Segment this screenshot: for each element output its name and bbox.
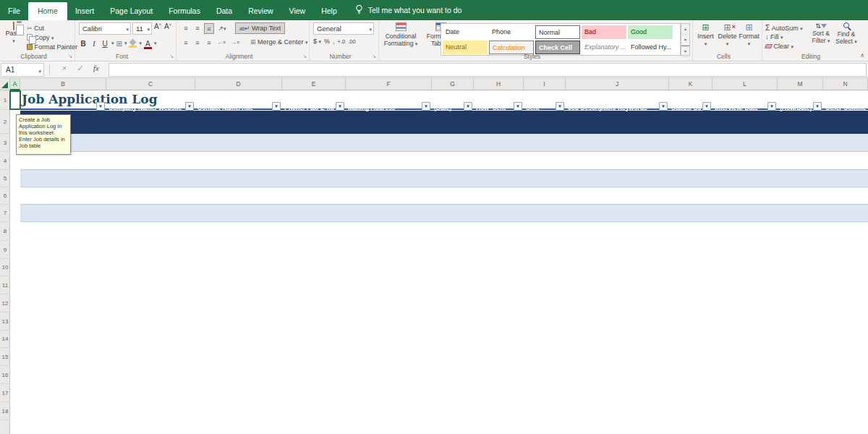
row-header-10[interactable]: 10 (0, 259, 10, 276)
row-header-9[interactable]: 9 (0, 241, 10, 259)
cancel-button[interactable]: × (58, 64, 71, 72)
align-top-button[interactable]: ≡ (181, 23, 191, 34)
number-format-combo[interactable]: General▾ (313, 22, 374, 35)
autosum-button[interactable]: Σ AutoSum ▾ (765, 23, 803, 33)
shrink-font-button[interactable]: A˅ (163, 22, 172, 35)
column-header-k[interactable]: K (669, 78, 712, 90)
decrease-decimal-button[interactable]: .00 (348, 38, 355, 45)
style-normal[interactable]: Normal (535, 25, 580, 39)
column-header-m[interactable]: M (778, 78, 823, 90)
name-box-dropdown-icon[interactable]: ▾ (38, 65, 41, 77)
style-date[interactable]: Date (443, 25, 488, 39)
header-cell-company[interactable]: Company Name/ Website ▾ (106, 90, 195, 114)
clipboard-dialog-launcher[interactable]: ↘ (68, 54, 72, 59)
column-header-e[interactable]: E (282, 78, 346, 90)
column-header-d[interactable]: D (195, 78, 282, 90)
column-header-n[interactable]: N (823, 78, 868, 90)
fill-button[interactable]: ↓ Fill ▾ (765, 33, 803, 42)
align-left-button[interactable]: ≡ (181, 38, 191, 48)
row-header-1[interactable]: 1 (0, 90, 10, 110)
currency-button[interactable]: $ ▾ (313, 38, 321, 45)
tab-file[interactable]: File (0, 2, 28, 20)
active-cell-a1[interactable] (9, 90, 21, 110)
style-phone[interactable]: Phone (489, 25, 534, 39)
insert-cells-button[interactable]: ⊞ Insert ▾ (695, 23, 716, 47)
tab-data[interactable]: Data (208, 2, 240, 20)
filter-button[interactable]: ▾ (702, 102, 711, 111)
tab-help[interactable]: Help (313, 2, 345, 20)
table-row[interactable] (20, 170, 868, 187)
column-header-b[interactable]: B (20, 78, 106, 90)
row-header-8[interactable]: 8 (0, 222, 10, 241)
select-all-corner[interactable] (0, 78, 10, 90)
collapse-ribbon-button[interactable]: ∧ (860, 52, 864, 59)
orientation-button[interactable]: ↗▾ (216, 23, 229, 34)
header-cell-interview[interactable]: Interview/ Date ▾ (712, 90, 778, 114)
header-cell-contact[interactable]: Contact Name/Title ▾ (195, 90, 282, 114)
insert-function-button[interactable]: fx (90, 64, 103, 72)
tell-me-box[interactable]: Tell me what you want to do (355, 4, 462, 20)
tab-home[interactable]: Home (28, 2, 67, 20)
row-header-5[interactable]: 5 (0, 170, 10, 187)
filter-button[interactable]: ▾ (464, 102, 472, 111)
row-header-14[interactable]: 14 (0, 331, 10, 348)
wrap-text-button[interactable]: ab↵ Wrap Text (235, 22, 285, 34)
column-header-c[interactable]: C (106, 78, 195, 90)
tab-review[interactable]: Review (240, 2, 281, 20)
header-cell-mailing[interactable]: Mailing Address ▾ (346, 90, 432, 114)
font-dialog-launcher[interactable]: ↘ (169, 54, 174, 59)
tab-view[interactable]: View (281, 2, 314, 20)
gallery-scroll-up[interactable]: ▴ (681, 24, 689, 35)
bold-button[interactable]: B (79, 40, 88, 48)
header-cell-references[interactable]: References Sent ▾ (524, 90, 566, 114)
header-cell-application-status[interactable]: Application Status/ Date ▾ (669, 90, 712, 114)
filter-button[interactable]: ▾ (272, 102, 281, 111)
enter-button[interactable]: ✓ (74, 64, 87, 73)
tab-formulas[interactable]: Formulas (161, 2, 208, 20)
row-header-13[interactable]: 13 (0, 312, 10, 331)
header-cell-b[interactable]: ▾ (20, 90, 106, 114)
conditional-formatting-button[interactable]: Conditional Formatting ▾ (380, 22, 421, 48)
borders-button[interactable]: ⊞ (116, 40, 122, 48)
font-color-button[interactable]: A (144, 40, 152, 48)
tab-page-layout[interactable]: Page Layout (102, 2, 161, 20)
table-row[interactable] (20, 205, 868, 222)
gallery-scroll-down[interactable]: ▾ (681, 35, 689, 46)
row-header-16[interactable]: 16 (0, 366, 10, 384)
increase-indent-button[interactable]: →≡ (229, 38, 242, 48)
column-header-h[interactable]: H (474, 78, 524, 90)
tab-insert[interactable]: Insert (67, 2, 102, 20)
underline-dropdown-icon[interactable]: ▾ (111, 41, 114, 46)
row-header-7[interactable]: 7 (0, 205, 10, 222)
filter-button[interactable]: ▾ (556, 102, 564, 111)
table-row[interactable] (20, 134, 868, 152)
column-header-i[interactable]: I (524, 78, 566, 90)
header-cell-job-description[interactable]: Job Description/ Keywords ▾ (566, 90, 669, 114)
filter-button[interactable]: ▾ (813, 102, 822, 111)
decrease-indent-button[interactable]: ←≡ (216, 38, 228, 48)
filter-button[interactable]: ▾ (514, 102, 522, 111)
row-header-18[interactable]: 18 (0, 402, 10, 420)
align-right-button[interactable]: ≡ (204, 38, 214, 48)
fill-color-button[interactable] (129, 40, 137, 48)
merge-center-button[interactable]: ⊞ Merge & Center ▾ (248, 37, 310, 48)
italic-button[interactable]: I (90, 40, 98, 48)
header-cell-resume-sent[interactable]: Resume Sent (Date) ▾ (432, 90, 474, 114)
header-cell-follow-up[interactable]: Follow Up (How/Date) ▾ (778, 90, 823, 114)
column-header-j[interactable]: J (566, 78, 669, 90)
percent-button[interactable]: % (324, 38, 330, 45)
row-header-2[interactable]: 2 (0, 110, 10, 134)
copy-button[interactable]: Copy ▾ (27, 33, 77, 43)
font-family-combo[interactable]: Calibri▾ (79, 22, 131, 35)
increase-decimal-button[interactable]: +.0 (338, 38, 346, 45)
filter-button[interactable]: ▾ (422, 102, 430, 111)
filter-button[interactable]: ▾ (185, 102, 194, 111)
column-header-a[interactable]: A (10, 78, 20, 90)
alignment-dialog-launcher[interactable]: ↘ (302, 54, 307, 59)
header-cell-phone[interactable]: Phone/ Fax/ E-mail ▾ (282, 90, 346, 114)
underline-button[interactable]: U (101, 40, 109, 48)
filter-button[interactable]: ▾ (659, 102, 668, 111)
style-bad[interactable]: Bad (582, 25, 626, 39)
style-good[interactable]: Good (628, 25, 673, 39)
header-cell-how-heard[interactable]: How I Heard A Other Comme (823, 90, 868, 114)
